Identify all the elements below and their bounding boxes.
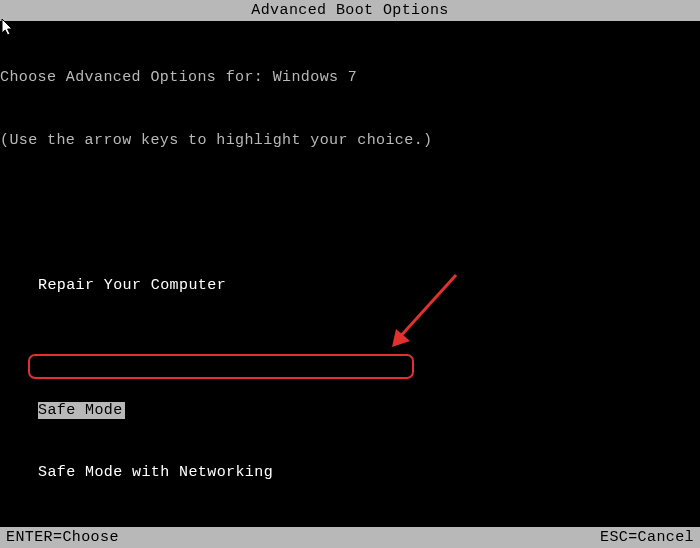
title-bar: Advanced Boot Options [0, 0, 700, 21]
header-line-1: Choose Advanced Options for: Windows 7 [0, 68, 700, 89]
option-safe-mode[interactable]: Safe Mode [0, 401, 700, 422]
boot-menu-content: Choose Advanced Options for: Windows 7 (… [0, 21, 700, 548]
option-label: Repair Your Computer [38, 277, 226, 294]
option-safe-mode-networking[interactable]: Safe Mode with Networking [0, 463, 700, 484]
footer-bar: ENTER=Choose ESC=Cancel [0, 527, 700, 548]
footer-enter-hint: ENTER=Choose [6, 527, 119, 548]
footer-esc-hint: ESC=Cancel [600, 527, 694, 548]
option-repair[interactable]: Repair Your Computer [0, 276, 700, 297]
option-label-selected: Safe Mode [38, 402, 125, 419]
header-line-2: (Use the arrow keys to highlight your ch… [0, 131, 700, 152]
blank-line [0, 193, 700, 214]
title-text: Advanced Boot Options [251, 2, 448, 19]
blank-line [0, 339, 700, 360]
option-label: Safe Mode with Networking [38, 464, 273, 481]
